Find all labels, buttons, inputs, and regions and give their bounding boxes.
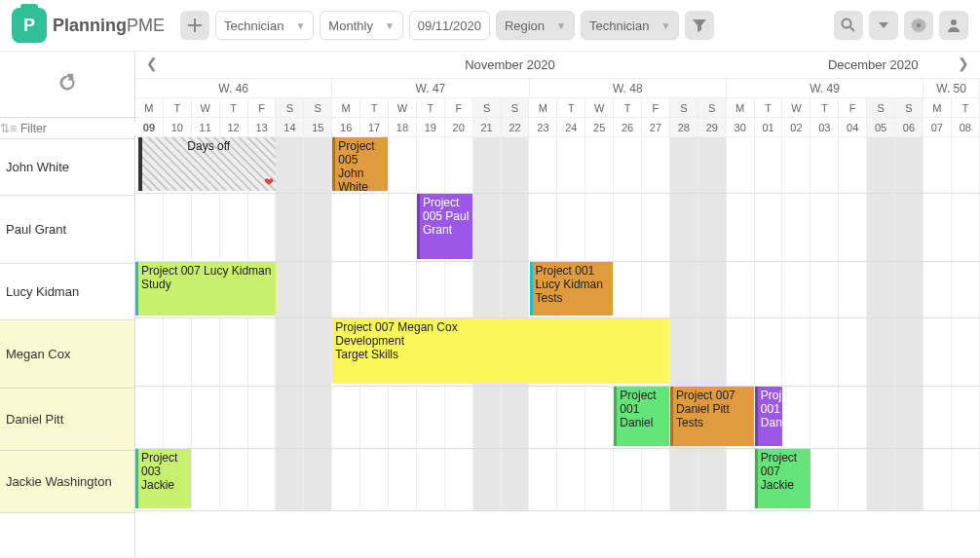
day-letter: S — [276, 98, 304, 117]
day-number: 21 — [473, 118, 502, 136]
day-letter: W — [585, 98, 614, 117]
view-dropdown[interactable]: Monthly▼ — [320, 11, 402, 40]
filter-icon-button[interactable] — [685, 11, 714, 40]
day-letter: S — [895, 98, 923, 117]
user-button[interactable] — [939, 11, 968, 40]
timeline-row[interactable]: Project 001 DanielProject 007 Daniel Pit… — [135, 387, 980, 449]
logo-icon: P — [12, 8, 47, 43]
day-letter: S — [867, 98, 895, 117]
resource-row[interactable]: Paul Grant — [0, 196, 134, 264]
day-letter: M — [727, 98, 755, 117]
day-number-header: 0910111213141516171819202122232425262728… — [135, 118, 980, 137]
date-picker[interactable]: 09/11/2020 — [409, 11, 490, 40]
day-letter: M — [332, 98, 360, 117]
event-block[interactable]: Project 007 Jackie — [755, 449, 810, 508]
day-number: 05 — [867, 118, 895, 136]
day-number: 20 — [445, 118, 473, 136]
day-number: 25 — [585, 118, 614, 136]
day-letter: F — [248, 98, 277, 117]
day-letter: S — [698, 98, 727, 117]
day-letter: T — [557, 98, 585, 117]
event-block[interactable]: Project 001 Lucy Kidman Tests — [530, 262, 614, 316]
day-number: 19 — [417, 118, 445, 136]
settings-button[interactable] — [904, 11, 933, 40]
day-letter: M — [923, 98, 952, 117]
refresh-button[interactable] — [57, 73, 77, 95]
resource-row[interactable]: Daniel Pitt — [0, 389, 134, 451]
timeline-row[interactable]: Project 005 Paul Grant — [135, 194, 980, 262]
event-block[interactable]: Project 007 Lucy Kidman Study — [135, 262, 276, 316]
day-number: 17 — [360, 118, 389, 136]
event-block[interactable]: Project 007 Megan Cox Development Target… — [332, 318, 669, 384]
left-column: ⇅≡ John WhitePaul GrantLucy KidmanMegan … — [0, 52, 135, 558]
event-block[interactable]: Project 005 John White — [332, 137, 388, 191]
day-number: 14 — [276, 118, 304, 136]
month-label-1: November 2020 — [465, 57, 555, 72]
week-header: W. 46W. 47W. 48W. 49W. 50 — [135, 79, 980, 98]
day-letter: F — [642, 98, 670, 117]
next-button[interactable]: ❯ — [951, 56, 976, 71]
resource-type-dropdown[interactable]: Technician▼ — [215, 11, 314, 40]
resource-row[interactable]: Megan Cox — [0, 320, 134, 389]
event-block[interactable]: Project 007 Daniel Pitt Tests — [670, 387, 754, 446]
day-number: 18 — [389, 118, 417, 136]
day-number: 06 — [895, 118, 923, 136]
day-letter: M — [135, 98, 164, 117]
timeline-row[interactable]: Project 003 JackieProject 007 Jackie — [135, 449, 980, 511]
day-number: 16 — [332, 118, 360, 136]
week-label: W. 50 — [923, 79, 980, 97]
day-letter: S — [670, 98, 698, 117]
day-letter: T — [417, 98, 445, 117]
event-block[interactable]: Project 005 Paul Grant — [417, 194, 472, 259]
logo: P PlanningPME — [12, 8, 165, 43]
top-toolbar: P PlanningPME Technician▼ Monthly▼ 09/11… — [0, 0, 980, 52]
search-button[interactable] — [834, 11, 863, 40]
month-header: ❮ November 2020 December 2020 ❯ — [135, 52, 980, 79]
day-letter: W — [782, 98, 810, 117]
day-letter: T — [952, 98, 980, 117]
month-label-2: December 2020 — [828, 57, 919, 72]
add-button[interactable] — [180, 11, 209, 40]
day-number: 09 — [135, 118, 164, 136]
prev-button[interactable]: ❮ — [139, 56, 165, 71]
week-label: W. 48 — [530, 79, 727, 97]
day-letter: S — [502, 98, 530, 117]
timeline-row[interactable]: Project 007 Lucy Kidman StudyProject 001… — [135, 262, 980, 318]
heart-icon: ❤ — [264, 175, 274, 189]
group1-dropdown[interactable]: Region▼ — [496, 11, 575, 40]
timeline-row[interactable]: Project 007 Megan Cox Development Target… — [135, 318, 980, 387]
day-number: 15 — [304, 118, 332, 136]
event-block[interactable]: Proj 001 Dan — [755, 387, 782, 446]
day-number: 03 — [810, 118, 839, 136]
resource-row[interactable]: Jackie Washington — [0, 451, 134, 513]
day-letter: W — [389, 98, 417, 117]
dropdown-button[interactable] — [869, 11, 898, 40]
sort-icon[interactable]: ⇅≡ — [0, 122, 17, 135]
resource-row[interactable]: John White — [0, 139, 134, 196]
day-number: 29 — [698, 118, 727, 136]
day-letter: T — [810, 98, 839, 117]
day-number: 26 — [614, 118, 642, 136]
day-letter: T — [360, 98, 389, 117]
timeline-grid: ❮ November 2020 December 2020 ❯ W. 46W. … — [135, 52, 980, 558]
resource-row[interactable]: Lucy Kidman — [0, 264, 134, 320]
group2-dropdown[interactable]: Technician▼ — [581, 11, 679, 40]
day-number: 08 — [952, 118, 980, 136]
day-number: 13 — [248, 118, 277, 136]
timeline-row[interactable]: Days off❤Project 005 John White — [135, 137, 980, 194]
filter-row: ⇅≡ — [0, 118, 134, 139]
day-number: 07 — [923, 118, 952, 136]
day-letter: T — [614, 98, 642, 117]
day-letter: T — [220, 98, 248, 117]
day-letter: T — [164, 98, 192, 117]
event-block[interactable]: Project 003 Jackie — [135, 449, 191, 508]
day-number: 28 — [670, 118, 698, 136]
day-letter: M — [529, 98, 557, 117]
days-off-block[interactable]: Days off❤ — [138, 137, 276, 191]
day-number: 01 — [755, 118, 783, 136]
svg-point-2 — [951, 19, 957, 25]
week-label: W. 49 — [727, 79, 923, 97]
day-letter-header: MTWTFSSMTWTFSSMTWTFSSMTWTFSSMT — [135, 98, 980, 118]
event-block[interactable]: Project 001 Daniel — [614, 387, 669, 446]
day-letter: T — [755, 98, 783, 117]
